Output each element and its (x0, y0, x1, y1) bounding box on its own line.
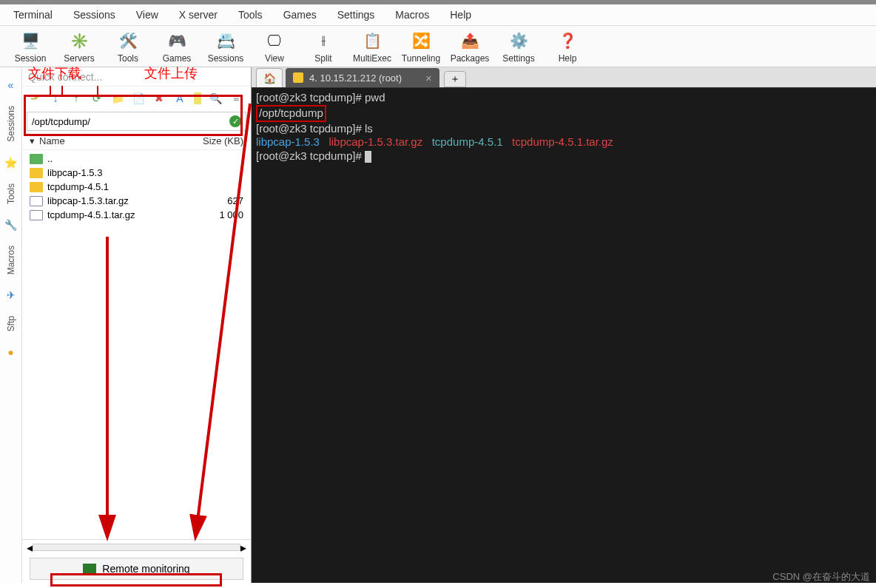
h-scrollbar[interactable]: ◂ ▸ (22, 540, 251, 555)
wrench-icon: 🔧 (4, 219, 17, 231)
tb-servers[interactable]: ✳️Servers (55, 29, 104, 65)
menu-view[interactable]: View (136, 9, 158, 21)
remote-path-input[interactable]: /opt/tcpdump/ ✓ (27, 112, 246, 131)
file-icon (30, 196, 43, 206)
nav-up-icon[interactable]: ⬏ (28, 92, 41, 105)
vertical-tabs: « Sessions ⭐ Tools 🔧 Macros ✈ Sftp ● (0, 67, 22, 583)
menu-games[interactable]: Games (283, 9, 317, 21)
folder-icon (30, 154, 43, 164)
menu-tools[interactable]: Tools (238, 9, 263, 21)
scroll-left-icon[interactable]: ◂ (27, 541, 33, 555)
cmd: ls (365, 122, 373, 135)
vtab-sftp[interactable]: Sftp (6, 316, 16, 331)
file-icon (30, 210, 43, 220)
terminal-pane: 🏠 4. 10.15.21.212 (root) × ＋ [root@zk3 t… (252, 67, 876, 583)
file-row-parent[interactable]: .. (22, 152, 251, 166)
vtab-sessions[interactable]: Sessions (6, 106, 16, 142)
scroll-right-icon[interactable]: ▸ (240, 541, 246, 555)
menu-sessions[interactable]: Sessions (73, 9, 115, 21)
ls-dir: libpcap-1.5.3 (256, 135, 320, 148)
view-icon: 🖵 (264, 30, 285, 51)
tb-multiexec[interactable]: 📋MultiExec (348, 29, 397, 65)
sftp-sidebar: 文件下载 文件上传 Quick connect... ⬏ ↓ ↑ ⟳ 📁 📄 ✖… (22, 67, 252, 583)
sftp-toolbar: ⬏ ↓ ↑ ⟳ 📁 📄 ✖ A 🔍 ≡ (22, 87, 251, 110)
prompt: [root@zk3 tcpdump]# (256, 122, 365, 135)
menu-help[interactable]: Help (450, 9, 471, 21)
col-name[interactable]: Name (39, 135, 65, 146)
home-icon: 🏠 (263, 72, 276, 84)
plane-icon: ✈ (7, 289, 16, 301)
menu-xserver[interactable]: X server (179, 9, 218, 21)
menu-settings[interactable]: Settings (337, 9, 375, 21)
ls-archive: libpcap-1.5.3.tar.gz (328, 135, 422, 148)
tb-games[interactable]: 🎮Games (152, 29, 201, 65)
refresh-icon[interactable]: ⟳ (90, 92, 104, 105)
highlighted-output: /opt/tcpdump (256, 105, 326, 122)
col-size[interactable]: Size (KB) (192, 135, 243, 146)
terminal-output[interactable]: [root@zk3 tcpdump]# pwd /opt/tcpdump [ro… (252, 88, 876, 583)
tab-session[interactable]: 4. 10.15.21.212 (root) × (286, 68, 439, 87)
monitor-icon (83, 564, 96, 574)
annotation-download: 文件下载 (28, 64, 81, 82)
session-icon: 🖥️ (20, 30, 41, 51)
help-icon: ❓ (557, 30, 578, 51)
file-row[interactable]: tcpdump-4.5.1.tar.gz1 000 (22, 208, 251, 222)
new-folder-icon[interactable]: 📁 (111, 92, 124, 105)
prompt: [root@zk3 tcpdump]# (256, 149, 365, 162)
new-file-icon[interactable]: 📄 (132, 92, 145, 105)
upload-icon[interactable]: ↑ (70, 92, 83, 105)
tb-view[interactable]: 🖵View (250, 29, 299, 65)
tab-title: 4. 10.15.21.212 (root) (309, 72, 402, 84)
terminal-tab-icon (293, 72, 303, 83)
file-row[interactable]: tcpdump-4.5.1 (22, 180, 251, 194)
path-ok-icon: ✓ (229, 115, 241, 127)
tb-session[interactable]: 🖥️Session (6, 29, 55, 65)
file-row[interactable]: libpcap-1.5.3 (22, 166, 251, 180)
menu-terminal[interactable]: Terminal (13, 9, 53, 21)
tools-icon: 🛠️ (118, 30, 138, 51)
multiexec-icon: 📋 (362, 30, 383, 51)
watermark: CSDN @在奋斗的大道 (772, 570, 870, 584)
terminal-tabs: 🏠 4. 10.15.21.212 (root) × ＋ (252, 67, 876, 88)
search-icon[interactable]: 🔍 (209, 92, 222, 105)
list-icon[interactable]: ≡ (229, 92, 243, 105)
main-toolbar: 🖥️Session ✳️Servers 🛠️Tools 🎮Games 📇Sess… (0, 26, 876, 67)
ls-archive: tcpdump-4.5.1.tar.gz (512, 135, 613, 148)
tb-split[interactable]: ⫲Split (299, 29, 348, 65)
tb-tools[interactable]: 🛠️Tools (104, 29, 152, 65)
tb-settings[interactable]: ⚙️Settings (494, 29, 543, 65)
tab-close-icon[interactable]: × (425, 72, 432, 84)
text-icon[interactable]: A (173, 92, 186, 105)
remote-monitoring-button[interactable]: Remote monitoring (30, 558, 243, 580)
file-row[interactable]: libpcap-1.5.3.tar.gz627 (22, 194, 251, 208)
settings-icon: ⚙️ (508, 30, 529, 51)
sort-icon[interactable]: ▾ (30, 135, 35, 146)
delete-icon[interactable]: ✖ (152, 92, 166, 105)
games-icon: 🎮 (166, 30, 187, 51)
collapse-icon[interactable]: « (8, 79, 14, 91)
packages-icon: 📤 (459, 30, 480, 51)
tab-add[interactable]: ＋ (444, 71, 466, 87)
menu-macros[interactable]: Macros (395, 9, 429, 21)
tb-help[interactable]: ❓Help (543, 29, 592, 65)
download-icon[interactable]: ↓ (49, 92, 62, 105)
split-icon: ⫲ (313, 30, 334, 51)
folder-icon (30, 182, 43, 192)
vtab-macros[interactable]: Macros (6, 246, 16, 274)
tunneling-icon: 🔀 (411, 30, 431, 51)
props-icon[interactable] (194, 92, 201, 104)
cmd: pwd (365, 91, 385, 104)
file-list: .. libpcap-1.5.3 tcpdump-4.5.1 libpcap-1… (22, 150, 251, 539)
annotation-upload: 文件上传 (144, 64, 198, 82)
servers-icon: ✳️ (69, 30, 90, 51)
tb-tunneling[interactable]: 🔀Tunneling (397, 29, 445, 65)
sessions-icon: 📇 (215, 30, 236, 51)
prompt: [root@zk3 tcpdump]# (256, 91, 365, 104)
tb-packages[interactable]: 📤Packages (445, 29, 494, 65)
cursor (365, 151, 371, 163)
path-text: /opt/tcpdump/ (32, 116, 90, 127)
dot-icon: ● (7, 346, 13, 358)
vtab-tools[interactable]: Tools (6, 183, 16, 204)
tb-sessions[interactable]: 📇Sessions (201, 29, 250, 65)
tab-home[interactable]: 🏠 (256, 68, 283, 87)
